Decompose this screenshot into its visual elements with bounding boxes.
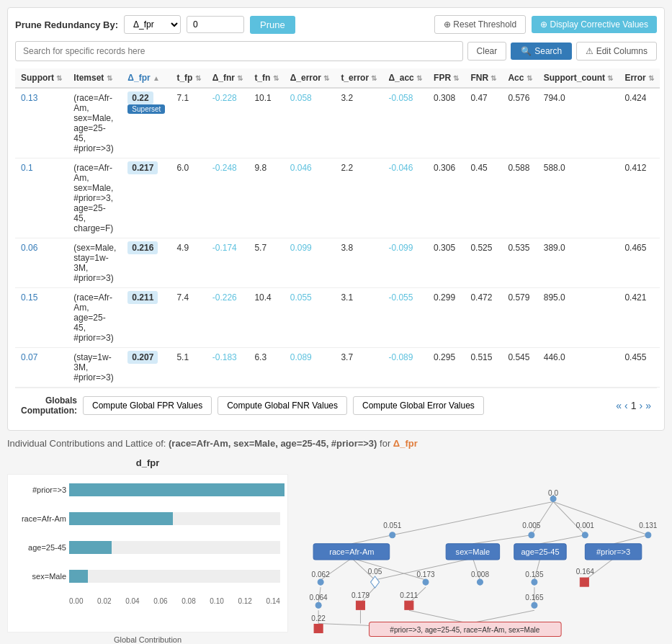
prune-label: Prune Redundancy By: bbox=[15, 19, 118, 30]
globals-label: GlobalsComputation: bbox=[21, 395, 77, 416]
cell-delta-fnr: -0.174 bbox=[207, 238, 249, 288]
col-fnr[interactable]: FNR ⇅ bbox=[465, 68, 502, 88]
compute-fpr-button[interactable]: Compute Global FPR Values bbox=[83, 396, 212, 415]
cell-t-fp: 7.1 bbox=[171, 88, 206, 158]
pagination-first[interactable]: « bbox=[616, 400, 622, 411]
svg-text:0.008: 0.008 bbox=[471, 571, 490, 578]
cell-t-fp: 5.1 bbox=[171, 348, 206, 388]
col-support-count[interactable]: Support_count ⇅ bbox=[538, 68, 619, 88]
svg-rect-56 bbox=[356, 601, 364, 609]
col-t-fn[interactable]: t_fn ⇅ bbox=[248, 68, 284, 88]
cell-error: 0.455 bbox=[619, 348, 660, 388]
cell-t-error: 3.2 bbox=[335, 88, 382, 158]
bar-fill bbox=[69, 541, 112, 554]
pagination-last[interactable]: » bbox=[645, 400, 651, 411]
cell-t-error: 3.7 bbox=[335, 348, 382, 388]
edit-columns-button[interactable]: ⚠ Edit Columns bbox=[576, 42, 657, 61]
svg-point-54 bbox=[315, 602, 321, 608]
cell-fpr: 0.306 bbox=[428, 158, 465, 238]
cell-support: 0.13 bbox=[15, 88, 68, 158]
clear-button[interactable]: Clear bbox=[467, 42, 507, 61]
svg-line-3 bbox=[553, 501, 648, 535]
svg-point-32 bbox=[645, 532, 651, 538]
svg-text:0.179: 0.179 bbox=[351, 591, 370, 599]
col-delta-error[interactable]: Δ_error ⇅ bbox=[285, 68, 336, 88]
warning-icon: ⚠ bbox=[586, 46, 596, 56]
cell-fnr: 0.525 bbox=[465, 238, 502, 288]
display-icon: ⊕ bbox=[540, 19, 550, 30]
bar-track bbox=[69, 512, 280, 525]
cell-delta-acc: -0.058 bbox=[382, 88, 428, 158]
bar-fill bbox=[69, 570, 88, 583]
reset-threshold-button[interactable]: ⊕ Reset Threshold bbox=[434, 15, 526, 34]
toolbar-row: Prune Redundancy By: Δ_fpr Δ_fnr Δ_error… bbox=[15, 15, 657, 34]
title-prefix: Individual Contributions and Lattice of: bbox=[7, 438, 169, 449]
col-t-fp[interactable]: t_fp ⇅ bbox=[171, 68, 206, 88]
svg-line-7 bbox=[614, 535, 648, 544]
bar-label: race=Afr-Am bbox=[10, 514, 66, 523]
cell-support: 0.1 bbox=[15, 158, 68, 238]
svg-text:0.05: 0.05 bbox=[368, 568, 382, 576]
col-error[interactable]: Error ⇅ bbox=[619, 68, 660, 88]
bar-fill bbox=[69, 512, 173, 525]
cell-t-fn: 9.8 bbox=[248, 158, 284, 238]
pagination-next[interactable]: › bbox=[640, 400, 643, 411]
prune-number[interactable] bbox=[187, 16, 244, 33]
x-axis-ticks: 0.000.020.040.060.080.100.120.14 bbox=[69, 597, 280, 605]
svg-text:0.062: 0.062 bbox=[312, 571, 331, 578]
bar-track bbox=[69, 541, 280, 554]
cell-delta-error: 0.058 bbox=[285, 88, 336, 158]
table-row: 0.06 (sex=Male, stay=1w-3M, #prior=>3) 0… bbox=[15, 238, 660, 288]
cell-delta-fnr: -0.183 bbox=[207, 348, 249, 388]
lattice-container: 0.0 0.051 0.005 0.001 0.131 race=Afr-Am … bbox=[303, 457, 665, 644]
search-input[interactable] bbox=[15, 41, 463, 61]
main-panel: Prune Redundancy By: Δ_fpr Δ_fnr Δ_error… bbox=[7, 7, 665, 431]
cell-delta-error: 0.089 bbox=[285, 348, 336, 388]
compute-error-button[interactable]: Compute Global Error Values bbox=[353, 396, 484, 415]
col-t-error[interactable]: t_error ⇅ bbox=[335, 68, 382, 88]
pagination-prev[interactable]: ‹ bbox=[624, 400, 628, 411]
lattice-svg: 0.0 0.051 0.005 0.001 0.131 race=Afr-Am … bbox=[303, 457, 665, 644]
svg-line-0 bbox=[393, 501, 553, 535]
cell-fnr: 0.472 bbox=[465, 288, 502, 348]
svg-text:#prior=>3: #prior=>3 bbox=[596, 547, 630, 556]
bar-row: race=Afr-Am bbox=[69, 511, 280, 527]
cell-acc: 0.579 bbox=[502, 288, 537, 348]
col-fpr[interactable]: FPR ⇅ bbox=[428, 68, 465, 88]
svg-text:0.064: 0.064 bbox=[310, 594, 328, 601]
bar-label: age=25-45 bbox=[10, 543, 66, 552]
cell-support-count: 895.0 bbox=[538, 288, 619, 348]
cell-t-error: 3.1 bbox=[335, 288, 382, 348]
cell-delta-fpr: 0.207 bbox=[122, 348, 171, 388]
cell-itemset: (race=Afr-Am, sex=Male, age=25-45, #prio… bbox=[68, 88, 122, 158]
cell-t-fn: 6.3 bbox=[248, 348, 284, 388]
svg-text:sex=Male: sex=Male bbox=[456, 547, 490, 556]
col-delta-fpr[interactable]: Δ_fpr ▲ bbox=[122, 68, 171, 88]
cell-itemset: (race=Afr-Am, age=25-45, #prior=>3) bbox=[68, 288, 122, 348]
compute-fnr-button[interactable]: Compute Global FNR Values bbox=[218, 396, 347, 415]
svg-text:#prior=>3, age=25-45, race=Afr: #prior=>3, age=25-45, race=Afr-Am, sex=M… bbox=[390, 626, 539, 634]
prune-select[interactable]: Δ_fpr Δ_fnr Δ_error bbox=[124, 15, 181, 34]
col-delta-fnr[interactable]: Δ_fnr ⇅ bbox=[207, 68, 249, 88]
svg-point-46 bbox=[423, 579, 429, 585]
col-delta-acc[interactable]: Δ_acc ⇅ bbox=[382, 68, 428, 88]
col-itemset[interactable]: Itemset ⇅ bbox=[68, 68, 122, 88]
svg-point-30 bbox=[582, 532, 588, 538]
cell-acc: 0.576 bbox=[502, 88, 537, 158]
cell-delta-fpr: 0.211 bbox=[122, 288, 171, 348]
charts-row: d_fpr #prior=>3race=Afr-Amage=25-45sex=M… bbox=[7, 457, 665, 644]
title-itemset: (race=Afr-Am, sex=Male, age=25-45, #prio… bbox=[169, 438, 377, 449]
search-button[interactable]: 🔍 Search bbox=[511, 43, 572, 60]
x-axis-title: Global Contribution bbox=[7, 635, 288, 644]
cell-itemset: (stay=1w-3M, #prior=>3) bbox=[68, 348, 122, 388]
cell-fnr: 0.47 bbox=[465, 88, 502, 158]
svg-rect-52 bbox=[580, 578, 588, 586]
display-corrective-button[interactable]: ⊕ Display Corrective Values bbox=[532, 16, 657, 33]
cell-support-count: 588.0 bbox=[538, 158, 619, 238]
prune-button[interactable]: Prune bbox=[250, 16, 295, 34]
col-support[interactable]: Support ⇅ bbox=[15, 68, 68, 88]
svg-text:0.164: 0.164 bbox=[576, 568, 595, 576]
col-acc[interactable]: Acc ⇅ bbox=[502, 68, 537, 88]
svg-line-22 bbox=[469, 610, 534, 623]
svg-text:0.22: 0.22 bbox=[311, 614, 326, 622]
